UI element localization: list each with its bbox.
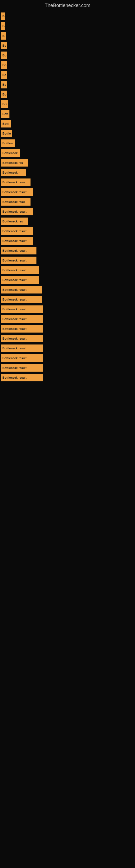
bar-label-15: Bottleneck res	[2, 161, 23, 164]
bar-6: Bo	[1, 71, 7, 79]
bar-row: Bottleneck result	[0, 208, 135, 215]
bar-label-11: Bottl	[2, 122, 9, 125]
bar-27: Bottleneck result	[1, 276, 39, 284]
bar-label-16: Bottleneck r	[2, 171, 20, 174]
bar-4: Bo	[1, 52, 7, 59]
bar-label-9: Bot	[2, 102, 7, 106]
bar-label-17: Bottleneck resu	[2, 181, 25, 184]
bar-label-29: Bottleneck result	[2, 298, 27, 301]
bar-35: Bottleneck result	[1, 354, 43, 362]
bar-row: Bott	[0, 110, 135, 118]
bar-label-14: Bottleneck	[2, 151, 17, 155]
bar-label-25: Bottleneck result	[2, 259, 27, 262]
bar-row: B	[0, 32, 135, 40]
bar-label-7: Bo	[2, 83, 6, 86]
bar-16: Bottleneck r	[1, 169, 26, 176]
bar-label-35: Bottleneck result	[2, 356, 27, 360]
bar-row: Bottleneck res	[0, 218, 135, 225]
bar-label-2: B	[2, 34, 5, 37]
bar-row: Bottleneck result	[0, 344, 135, 352]
bar-row: Bottleneck result	[0, 276, 135, 284]
bar-label-0: B	[2, 14, 5, 18]
bar-label-13: Bottlen	[2, 142, 13, 145]
bar-37: Bottleneck result	[1, 374, 43, 381]
bar-label-21: Bottleneck res	[2, 220, 23, 223]
bar-row: Bottleneck r	[0, 169, 135, 176]
bar-row: Bo	[0, 81, 135, 88]
bar-row: Bo	[0, 71, 135, 79]
bar-10: Bott	[1, 110, 9, 118]
bar-25: Bottleneck result	[1, 257, 37, 264]
bar-label-34: Bottleneck result	[2, 347, 27, 350]
bar-19: Bottleneck resu	[1, 198, 31, 206]
bar-20: Bottleneck result	[1, 208, 33, 215]
bar-33: Bottleneck result	[1, 335, 43, 342]
bars-container: BBBBoBoBoBoBoBoBotBottBottlBottleBottlen…	[0, 12, 135, 381]
bar-22: Bottleneck result	[1, 227, 33, 235]
bar-29: Bottleneck result	[1, 296, 42, 303]
bar-label-8: Bo	[2, 93, 6, 96]
bar-26: Bottleneck result	[1, 267, 39, 274]
bar-row: Bottleneck result	[0, 374, 135, 381]
bar-32: Bottleneck result	[1, 325, 43, 333]
site-title-container: TheBottlenecker.com	[0, 0, 135, 12]
bar-row: Bottlen	[0, 140, 135, 147]
bar-row: Bottleneck res	[0, 159, 135, 166]
bar-1: B	[1, 22, 5, 30]
bar-row: Bottleneck result	[0, 188, 135, 196]
bar-label-24: Bottleneck result	[2, 249, 27, 252]
bar-row: B	[0, 22, 135, 30]
bar-label-6: Bo	[2, 73, 6, 76]
bar-label-10: Bott	[2, 112, 8, 116]
bar-label-26: Bottleneck result	[2, 269, 27, 272]
bar-3: Bo	[1, 42, 7, 50]
bar-15: Bottleneck res	[1, 159, 28, 166]
bar-label-3: Bo	[2, 44, 6, 47]
bar-row: Bo	[0, 42, 135, 50]
bar-row: Bottleneck result	[0, 237, 135, 245]
bar-0: B	[1, 12, 5, 20]
bar-17: Bottleneck resu	[1, 179, 31, 186]
bar-8: Bo	[1, 91, 7, 98]
site-title: TheBottlenecker.com	[0, 0, 135, 12]
bar-label-28: Bottleneck result	[2, 288, 27, 291]
bar-label-32: Bottleneck result	[2, 327, 27, 330]
bar-row: Bottle	[0, 130, 135, 137]
bar-label-27: Bottleneck result	[2, 278, 27, 282]
bar-label-23: Bottleneck result	[2, 239, 27, 243]
bar-row: Bottleneck result	[0, 247, 135, 254]
bar-label-4: Bo	[2, 54, 6, 57]
bar-30: Bottleneck result	[1, 305, 43, 313]
bar-row: Bottl	[0, 120, 135, 127]
bar-row: Bottleneck resu	[0, 198, 135, 206]
bar-row: Bottleneck result	[0, 325, 135, 333]
bar-7: Bo	[1, 81, 7, 88]
bar-label-12: Bottle	[2, 132, 11, 135]
bar-row: Bo	[0, 61, 135, 69]
bar-12: Bottle	[1, 130, 12, 137]
bar-11: Bottl	[1, 120, 11, 127]
bar-row: B	[0, 12, 135, 20]
bar-row: Bottleneck result	[0, 286, 135, 293]
bar-row: Bottleneck result	[0, 364, 135, 372]
bar-2: B	[1, 32, 6, 40]
bar-row: Bottleneck result	[0, 227, 135, 235]
bar-label-37: Bottleneck result	[2, 376, 27, 379]
bar-label-22: Bottleneck result	[2, 229, 27, 233]
bar-row: Bottleneck result	[0, 335, 135, 342]
bar-row: Bottleneck result	[0, 305, 135, 313]
bar-label-36: Bottleneck result	[2, 366, 27, 369]
bar-label-20: Bottleneck result	[2, 210, 27, 213]
bar-row: Bot	[0, 100, 135, 108]
bar-label-33: Bottleneck result	[2, 337, 27, 340]
bar-label-19: Bottleneck resu	[2, 200, 25, 204]
bar-23: Bottleneck result	[1, 237, 33, 245]
bar-row: Bottleneck result	[0, 315, 135, 323]
bar-9: Bot	[1, 100, 8, 108]
bar-34: Bottleneck result	[1, 344, 43, 352]
bar-row: Bottleneck result	[0, 267, 135, 274]
bar-18: Bottleneck result	[1, 188, 33, 196]
bar-36: Bottleneck result	[1, 364, 43, 372]
bar-28: Bottleneck result	[1, 286, 42, 293]
bar-label-18: Bottleneck result	[2, 190, 27, 194]
